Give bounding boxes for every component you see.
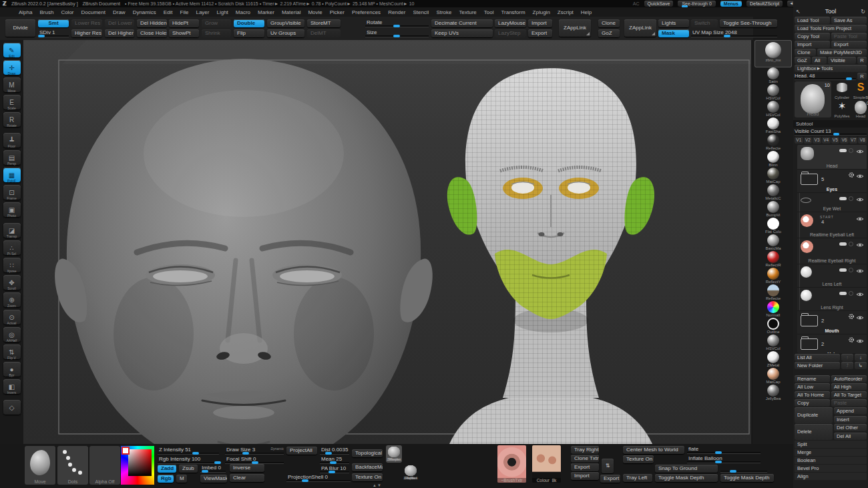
material-item[interactable]: HSVCol: [754, 334, 792, 351]
switch-button[interactable]: Switch: [691, 19, 718, 27]
eye-icon[interactable]: [856, 149, 864, 154]
all-to-home-button[interactable]: All To Home: [795, 391, 830, 399]
material-item[interactable]: Flat Colo: [754, 218, 792, 234]
toggle-mask-depth2-button[interactable]: Toggle Mask Depth: [720, 474, 774, 482]
flip-button[interactable]: Flip: [234, 29, 264, 37]
left-tool-button[interactable]: ⊡ Frame: [3, 185, 21, 200]
left-tool-button[interactable]: ◪ Transp: [3, 223, 21, 238]
material-item[interactable]: Outline: [754, 318, 792, 334]
showpt-button[interactable]: ShowPt: [169, 29, 199, 37]
left-tool-button[interactable]: ◇: [3, 400, 21, 415]
left-tool-button[interactable]: M Move: [3, 77, 21, 92]
storemt-button[interactable]: StoreMT: [307, 19, 341, 27]
left-tool-button[interactable]: ▣ Photo: [3, 202, 21, 217]
inflate-balloon-slider[interactable]: Inflate Balloon: [687, 455, 761, 463]
menu-item[interactable]: Zplugin: [533, 9, 550, 15]
eye-icon[interactable]: [856, 242, 864, 248]
projectall-button[interactable]: ProjectAll: [286, 447, 317, 455]
tool-r-button[interactable]: R: [857, 73, 867, 80]
projectionshell-slider[interactable]: ProjectionShell 0: [286, 474, 351, 482]
goz-visible-button[interactable]: Visible: [828, 57, 856, 64]
append-button[interactable]: Append: [834, 407, 867, 415]
texture-on-button[interactable]: Texture On: [352, 473, 383, 481]
center-mesh-button[interactable]: Center Mesh to World: [623, 446, 684, 454]
tray-left-button[interactable]: Tray Left: [623, 474, 652, 482]
draw-size-slider[interactable]: Draw Size 3 Dynamic: [225, 447, 284, 455]
lazymouse-button[interactable]: LazyMouse: [495, 19, 526, 27]
menu-item[interactable]: Macro: [236, 9, 250, 15]
subtool-toggles[interactable]: [839, 291, 853, 296]
move-up-button[interactable]: ↑: [841, 354, 853, 361]
left-tool-button[interactable]: ✛ Draw: [3, 60, 21, 75]
left-tool-button[interactable]: ∷ Xpose: [3, 258, 21, 272]
material-item[interactable]: Reflecte: [754, 284, 792, 301]
menu-item[interactable]: Edit: [164, 9, 173, 15]
subtool-header[interactable]: Subtool: [793, 120, 868, 128]
left-tool-button[interactable]: ▦ PolyF: [3, 168, 21, 182]
left-tool-button[interactable]: ⇅ Flip V: [3, 344, 21, 359]
subtool-section-header[interactable]: Boolean: [795, 457, 867, 464]
material-item[interactable]: Satin: [754, 67, 792, 84]
view-tab[interactable]: V7: [849, 137, 858, 144]
material-item[interactable]: ZMetal: [754, 351, 792, 368]
sdiv-slider[interactable]: SDiv 1: [38, 29, 69, 37]
view-tab[interactable]: V8: [858, 137, 867, 144]
color-picker[interactable]: [121, 446, 154, 485]
del-other-button[interactable]: Del Other: [834, 424, 867, 431]
delmt-button[interactable]: DelMT: [307, 29, 341, 37]
saturation-square[interactable]: [128, 449, 152, 476]
dist-slider[interactable]: Dist 0.0035: [320, 447, 349, 455]
goz-r-button[interactable]: R: [857, 57, 867, 64]
quicksave-button[interactable]: QuickSave: [644, 1, 674, 7]
view-tab[interactable]: V4: [822, 137, 831, 144]
backfacemask-button[interactable]: BackfaceMask: [352, 463, 383, 471]
topological-button[interactable]: Topological: [352, 449, 383, 457]
material-item[interactable]: FastSha: [754, 117, 792, 134]
menu-item[interactable]: Material: [282, 9, 300, 15]
goz-tool-button[interactable]: GoZ: [795, 57, 811, 64]
menu-item[interactable]: Color: [61, 9, 73, 15]
gear-icon[interactable]: [848, 313, 855, 320]
visible-count-slider[interactable]: Visible Count 13: [795, 128, 867, 136]
left-tool-button[interactable]: ┻ Floor: [3, 133, 21, 148]
del-hidden-button[interactable]: Del Hidden: [137, 19, 167, 27]
menu-item[interactable]: File: [180, 9, 189, 15]
view-tab[interactable]: V5: [831, 137, 840, 144]
all-high-button[interactable]: All High: [831, 383, 867, 391]
subtool-row[interactable]: Lens Left: [797, 264, 867, 288]
duplicate-button[interactable]: Duplicate: [795, 407, 833, 423]
rgb-button[interactable]: Rgb: [158, 475, 174, 483]
clone-txtr-button[interactable]: Clone Txtr: [571, 455, 599, 463]
material-item[interactable]: MatCap: [754, 168, 792, 184]
branch-arrow-button[interactable]: ↳: [855, 362, 867, 369]
eye-icon[interactable]: [856, 315, 864, 320]
subtool-section-header[interactable]: Split: [795, 441, 867, 448]
m-button[interactable]: M: [176, 475, 187, 483]
hidept-button[interactable]: HidePt: [169, 19, 199, 27]
material-item[interactable]: MetalicC: [754, 184, 792, 201]
subtool-row[interactable]: 2 Hair: [797, 334, 867, 353]
uv-groups-button[interactable]: Uv Groups: [267, 29, 304, 37]
subtool-toggles[interactable]: [839, 196, 853, 201]
clear-button[interactable]: Clear: [230, 474, 264, 482]
flip-v-icon-button[interactable]: ⇅: [602, 459, 614, 473]
left-tool-button[interactable]: ✥ Scroll: [3, 275, 21, 290]
copy-tool-button[interactable]: Copy Tool: [795, 33, 830, 40]
toggle-see-through-button[interactable]: Toggle See-Through: [720, 19, 777, 27]
load-tool-button[interactable]: Load Tool: [795, 17, 830, 24]
material-item[interactable]: JellyBea: [754, 385, 792, 401]
tray-divider-handle[interactable]: ▲▼: [373, 483, 382, 487]
left-tool-button[interactable]: R Rotate: [3, 112, 21, 127]
gear-icon[interactable]: [848, 336, 855, 343]
list-all-button[interactable]: List All: [795, 354, 840, 361]
rotate-slider[interactable]: Rotate: [365, 19, 429, 27]
groupvisible-button[interactable]: GroupVisible: [267, 19, 304, 27]
menu-item[interactable]: Picker: [330, 9, 345, 15]
lower-res-button[interactable]: Lower Res: [71, 19, 102, 27]
subtool-toggles[interactable]: [839, 148, 853, 153]
texture-on2-button[interactable]: Texture On: [623, 455, 654, 463]
menus-button[interactable]: Menus: [720, 1, 742, 7]
left-tool-button[interactable]: ∴ Pt Sel: [3, 240, 21, 255]
redo-arrow-button[interactable]: ⤴: [841, 362, 853, 369]
menu-item[interactable]: Marker: [258, 9, 274, 15]
